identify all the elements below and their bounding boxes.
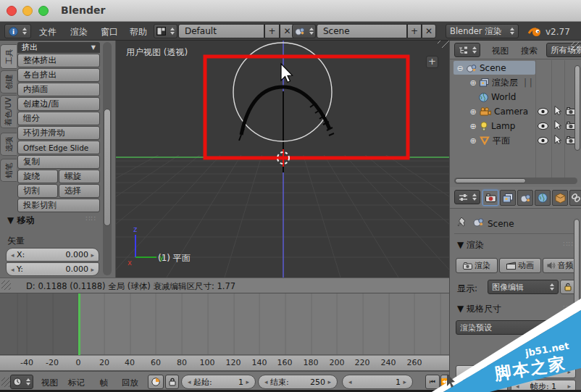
timeline-menu-frame[interactable]: 帧 [100,378,109,388]
extrude-panel-header[interactable]: 挤出 ▼ [17,42,100,53]
add-preset-button[interactable]: + [550,320,564,335]
mesh-arc[interactable] [239,87,334,141]
jump-to-start-button[interactable]: ⏮ [425,375,440,389]
increment-icon[interactable]: ▸ [91,266,94,273]
viewport-3d[interactable]: z y x 用户视图 (透视) (1) 平面 + [116,41,449,278]
increment-icon[interactable]: ▸ [246,378,249,385]
tab-create[interactable]: 创建 [0,70,17,93]
select-button[interactable]: 选择 [59,184,100,198]
panel-grip-icon[interactable]: ∷∷ [563,240,574,248]
current-frame-field[interactable]: ◂ 1 ▸ [342,375,413,389]
time-display-toggle-button[interactable] [148,375,164,389]
increment-icon[interactable]: ▸ [567,368,571,375]
tab-options[interactable]: 选项 [0,133,17,156]
outliner-row-renderlayers[interactable]: ⊕ 渲染层 | | [450,75,581,90]
timeline-menu-marker[interactable]: 标记 [68,378,85,388]
timeline-editor[interactable]: -40 -20 0 20 40 60 80 100 120 140 160 18… [0,293,449,392]
timeline-menu-view[interactable]: 视图 [41,378,58,388]
inset-faces-button[interactable]: 内插面 [17,83,100,96]
add-scene-button[interactable]: + [407,24,422,38]
editor-type-outliner-button[interactable] [454,43,480,57]
editor-type-timeline-button[interactable] [10,375,33,389]
cursor-3d[interactable] [274,149,293,167]
make-edge-face-button[interactable]: 创建边/面 [17,97,100,111]
tab-render[interactable] [482,190,498,206]
move-y-field[interactable]: ◂ Y: 0.000 ▸ [6,262,99,276]
editor-type-properties-button[interactable] [454,190,480,204]
maximize-window-button[interactable] [38,6,49,16]
move-x-field[interactable]: ◂ X: 0.000 ▸ [6,248,99,262]
outliner-vscrollbar-thumb[interactable] [574,65,580,151]
decrement-icon[interactable]: ◂ [11,251,14,259]
viewport-canvas[interactable]: z y x [116,41,449,278]
properties-vscrollbar-thumb[interactable] [574,219,580,361]
tab-tools[interactable]: 工具 [0,44,17,69]
loop-cut-slide-button[interactable]: 环切并滑动 [17,126,100,140]
current-frame-playhead[interactable] [78,293,80,355]
selectable-toggle-cursor-icon[interactable] [552,105,564,115]
panel-grip-icon[interactable]: ∷∷ [85,214,96,222]
timeline-track-area[interactable] [0,293,449,355]
resolution-field[interactable]: 000 p [456,365,508,378]
panel-grip-icon[interactable]: ∷∷ [563,304,574,312]
tab-object[interactable] [552,190,568,206]
hide-toggle-eye-icon[interactable] [537,135,548,146]
display-mode-dropdown[interactable]: 图像编辑 [488,280,559,294]
menu-render[interactable]: 渲染 [70,26,88,38]
tab-constraints[interactable] [569,190,581,206]
knife-project-button[interactable]: 投影切割 [17,199,100,212]
end-frame-field-props[interactable]: ◂ 终:250 ▸ [511,365,576,378]
open-region-button[interactable]: + [426,56,438,68]
offset-edge-slide-button[interactable]: Offset Edge Slide [17,141,100,154]
outliner-hscrollbar-thumb[interactable] [455,178,526,183]
screen-layout-button[interactable] [154,24,177,38]
screw-button[interactable]: 螺旋 [59,170,100,183]
decrement-icon[interactable]: ◂ [11,266,14,273]
tab-render-layers[interactable] [500,190,516,206]
menu-file[interactable]: 文件 [39,26,57,38]
extrude-individual-button[interactable]: 各自挤出 [17,68,100,82]
increment-icon[interactable]: ▸ [91,251,94,259]
subdivide-button[interactable]: 细分 [17,112,100,125]
render-engine-dropdown[interactable]: Blender 渲染 [446,24,519,38]
render-preset-dropdown[interactable]: 渲染预设 [456,320,548,335]
selectable-toggle-cursor-icon[interactable] [552,120,564,130]
timeline-ruler[interactable]: -40 -20 0 20 40 60 80 100 120 140 160 18… [0,356,449,371]
decrement-icon[interactable]: ◂ [188,378,191,385]
increment-icon[interactable]: ▸ [327,378,331,385]
outliner-row-scene[interactable]: ⊖ Scene [450,61,581,75]
start-frame-field[interactable]: ◂ 起始: 1 ▸ [181,375,256,389]
viewport-header[interactable]: D: 0.1188 (0.1188) 全局 (球体) 衰减编辑区尺寸: 1.77 [0,278,449,293]
outliner-row-world[interactable]: World [450,90,581,104]
render-panel-header[interactable]: ▼ 渲染 [457,239,484,251]
tab-world[interactable] [535,190,551,206]
duplicate-button[interactable]: 复制 [17,155,100,169]
outliner-menu-view[interactable]: 视图 [492,46,509,57]
scene-selector-button[interactable] [292,24,316,38]
tab-shading-uv[interactable]: 着色/UV [0,95,17,128]
expand-icon[interactable]: ⊕ [469,122,477,131]
expand-icon[interactable]: ⊕ [469,107,477,117]
expand-icon[interactable]: ⊕ [469,136,477,146]
pin-icon[interactable] [457,216,469,228]
collapse-icon[interactable]: ⊖ [456,64,464,73]
resize-grip[interactable] [438,41,449,48]
screen-layout-name-field[interactable]: Default [178,24,264,38]
dimensions-panel-header[interactable]: ▼ 规格尺寸 [457,303,501,315]
tab-grease-pencil[interactable]: 蜡笔 [0,159,17,182]
render-audio-button[interactable]: 音频 [543,258,577,273]
menu-help[interactable]: 帮助 [130,26,147,38]
hide-toggle-eye-icon[interactable] [537,121,548,131]
hide-toggle-eye-icon[interactable] [537,107,548,117]
timeline-menu-playback[interactable]: 回放 [122,378,138,388]
menu-window[interactable]: 窗口 [101,26,118,38]
lock-button[interactable] [165,375,179,389]
outliner-menu-search[interactable]: 搜索 [521,46,538,57]
increment-icon[interactable]: ▸ [403,378,406,385]
editor-type-info-button[interactable]: i [4,24,31,38]
move-panel-header[interactable]: ▼ 移动 [7,214,34,227]
add-layout-button[interactable]: + [264,24,280,38]
extrude-region-button[interactable]: 整体挤出 [17,54,100,67]
decrement-icon[interactable]: ◂ [264,378,268,385]
knife-button[interactable]: 切割 [17,184,58,198]
